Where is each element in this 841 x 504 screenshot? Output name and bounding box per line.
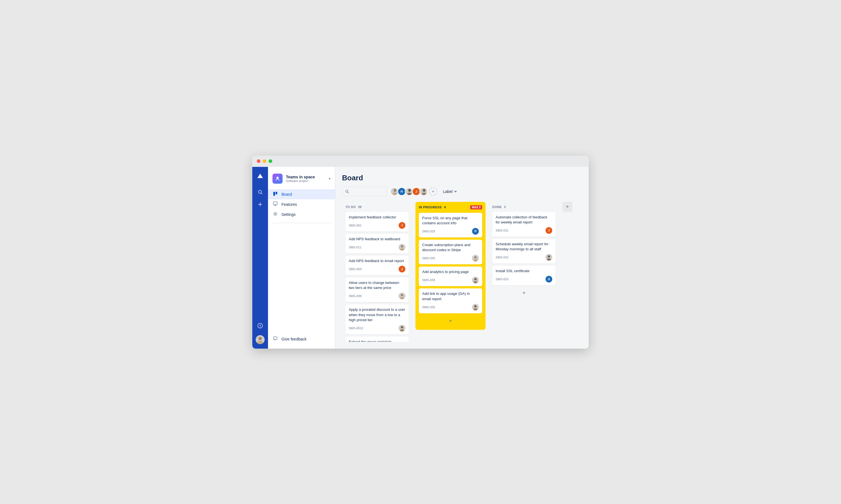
table-row[interactable]: Add NPS feedback to wallboard SMS-011: [345, 234, 409, 253]
add-column-button[interactable]: +: [562, 202, 572, 212]
card-id: SMS-004: [349, 267, 362, 271]
done-column: DONE 3 Automate collection of feedback f…: [489, 202, 559, 302]
close-button[interactable]: [257, 159, 260, 163]
table-row[interactable]: Add analytics to pricing page SMS-039: [419, 267, 482, 286]
nav-divider: [273, 223, 330, 223]
add-card-done-button[interactable]: +: [492, 288, 555, 299]
avatar: [399, 244, 405, 251]
app-logo[interactable]: [255, 172, 265, 181]
svg-point-35: [548, 255, 550, 257]
card-footer: SMS-029 H: [422, 228, 479, 235]
table-row[interactable]: Create subscription plans and discount c…: [419, 240, 482, 264]
inprogress-column-count: 4: [444, 205, 446, 209]
card-id: SMS-011: [349, 246, 362, 249]
add-sidebar-button[interactable]: [255, 199, 265, 210]
svg-point-28: [400, 329, 404, 331]
table-row[interactable]: Apply a prorated discount to a user when…: [345, 304, 409, 334]
minimize-button[interactable]: [263, 159, 266, 163]
avatar: [472, 255, 479, 262]
help-button[interactable]: ?: [255, 321, 265, 331]
search-input[interactable]: [342, 187, 387, 196]
label-filter-dropdown[interactable]: Label: [441, 188, 459, 195]
avatar: [472, 304, 479, 310]
svg-point-36: [547, 258, 551, 261]
svg-point-18: [393, 193, 397, 195]
svg-text:?: ?: [259, 324, 261, 327]
nav-features-item[interactable]: Features: [268, 199, 335, 210]
nav-board-item[interactable]: Board: [268, 189, 335, 199]
svg-line-16: [348, 192, 349, 193]
todo-column-count: 29: [358, 205, 361, 209]
user-avatar-sidebar[interactable]: [256, 335, 264, 344]
svg-point-19: [408, 189, 411, 192]
card-id: SMS-039: [422, 278, 435, 282]
project-icon: [273, 174, 282, 184]
table-row[interactable]: Install SSL certificate SMS-033 H: [492, 266, 555, 285]
project-info: Teams in space Software project: [286, 175, 325, 183]
board-columns: TO DO 29 Implement feedback collector SM…: [342, 202, 582, 342]
table-row[interactable]: Automate collection of feedback for week…: [492, 212, 555, 237]
svg-point-24: [400, 248, 404, 251]
svg-point-22: [422, 193, 426, 195]
add-avatar-filter-button[interactable]: +: [429, 187, 437, 196]
nav-settings-item[interactable]: Settings: [268, 210, 335, 219]
table-row[interactable]: Add link to app usage (GA) in email repo…: [419, 288, 482, 313]
card-footer: SMS-011: [349, 244, 405, 251]
card-title: Add link to app usage (GA) in email repo…: [422, 291, 479, 301]
add-card-inprogress-button[interactable]: +: [419, 316, 482, 326]
svg-point-0: [258, 190, 261, 193]
done-column-title: DONE: [492, 205, 502, 209]
nav-board-label: Board: [281, 192, 292, 197]
avatar: [546, 254, 552, 261]
svg-point-33: [474, 305, 477, 307]
nav-sidebar: Teams in space Software project ▾ Board: [268, 167, 335, 348]
table-row[interactable]: Force SSL on any page that contains acco…: [419, 213, 482, 237]
svg-point-31: [474, 278, 477, 280]
avatar-filter-5[interactable]: [419, 187, 428, 196]
svg-point-30: [474, 259, 477, 262]
inprogress-column-title: IN PROGRESS: [419, 205, 442, 209]
project-dropdown-icon[interactable]: ▾: [329, 177, 330, 181]
card-footer: SMS-008: [349, 293, 405, 299]
svg-point-7: [257, 341, 263, 344]
card-title: Add analytics to pricing page: [422, 269, 479, 274]
svg-rect-10: [276, 192, 277, 194]
table-row[interactable]: Implement feedback collector SMS-001 J: [345, 212, 409, 232]
svg-point-6: [258, 337, 262, 340]
avatar: [399, 325, 405, 331]
board-icon: [273, 192, 278, 197]
table-row[interactable]: Allow users to change between two tiers …: [345, 277, 409, 302]
features-icon: [273, 202, 278, 207]
nav-settings-label: Settings: [281, 212, 296, 217]
card-footer: SMS-031 J: [496, 227, 552, 234]
card-title: Force SSL on any page that contains acco…: [422, 216, 479, 226]
table-row[interactable]: Extend the grace period to accounts: [345, 337, 409, 342]
svg-line-1: [261, 193, 262, 194]
main-content: Board H J: [335, 167, 589, 348]
page-title: Board: [342, 174, 582, 182]
search-icon: [345, 190, 349, 194]
svg-point-29: [474, 256, 477, 258]
svg-point-25: [401, 294, 403, 296]
card-footer: SMS-033 H: [496, 276, 552, 283]
card-id: SMS-032: [496, 256, 509, 259]
card-id: SMS-033: [496, 277, 509, 281]
card-title: Automate collection of feedback for week…: [496, 215, 552, 225]
nav-give-feedback-item[interactable]: Give feedback: [268, 334, 335, 344]
table-row[interactable]: Schedule weekly email report for Monday …: [492, 239, 555, 264]
card-title: Allow users to change between two tiers …: [349, 280, 405, 290]
svg-point-21: [423, 189, 426, 192]
card-footer: SMS-039: [422, 277, 479, 283]
card-title: Schedule weekly email report for Monday …: [496, 241, 552, 252]
card-title: Add NPS feedback to email report: [349, 258, 405, 264]
search-sidebar-button[interactable]: [255, 187, 265, 197]
maximize-button[interactable]: [269, 159, 272, 163]
svg-point-20: [407, 193, 412, 195]
card-id: SMS-035: [422, 305, 435, 309]
max-badge: MAX 3: [470, 205, 482, 210]
avatar-filter-group: H J +: [390, 187, 437, 196]
svg-point-14: [275, 213, 276, 215]
nav-give-feedback-label: Give feedback: [281, 337, 307, 341]
table-row[interactable]: Add NPS feedback to email report SMS-004…: [345, 256, 409, 275]
nav-features-label: Features: [281, 202, 297, 206]
